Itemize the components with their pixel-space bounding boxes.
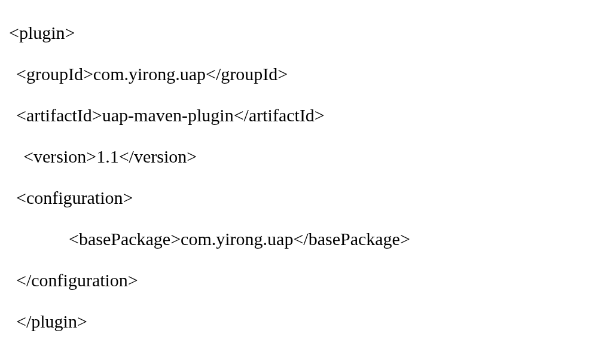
- xml-version: <version>1.1</version>: [9, 136, 589, 177]
- xml-basepackage: <basePackage>com.yirong.uap</basePackage…: [9, 218, 589, 259]
- xml-plugin-close: </plugin>: [9, 301, 589, 342]
- xml-configuration-close: </configuration>: [9, 259, 589, 301]
- xml-plugin-open: <plugin>: [9, 12, 589, 53]
- xml-groupid: <groupId>com.yirong.uap</groupId>: [9, 53, 589, 94]
- xml-configuration-open: <configuration>: [9, 177, 589, 218]
- xml-artifactid: <artifactId>uap-maven-plugin</artifactId…: [9, 94, 589, 136]
